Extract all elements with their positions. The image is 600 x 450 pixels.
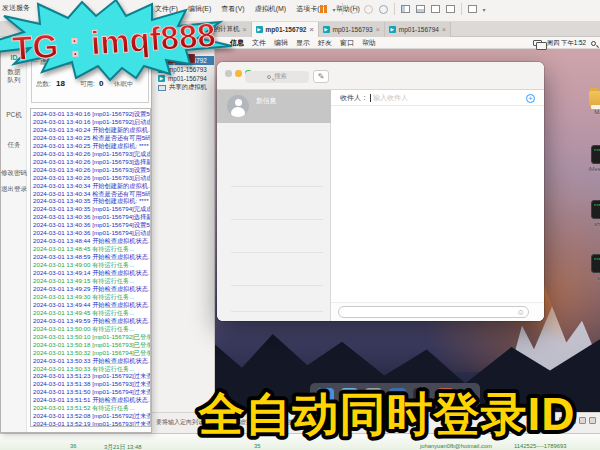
displays-status-icon[interactable]	[533, 40, 542, 46]
conversation-item[interactable]: 新信息	[217, 90, 331, 123]
emoji-icon[interactable]: ☺	[517, 308, 525, 317]
library-item[interactable]: ▶mp01-156793	[150, 65, 214, 74]
sidebar-item[interactable]: PC机	[1, 111, 27, 119]
spotlight-icon[interactable]	[591, 41, 596, 46]
console-view-icon[interactable]	[431, 5, 440, 13]
mac-menu-item[interactable]: 编辑	[274, 38, 288, 48]
to-field[interactable]: 收件人： 输入收件人 +	[331, 90, 544, 106]
minimize-traffic-light[interactable]	[235, 70, 242, 77]
revert-snapshot-icon[interactable]	[349, 5, 358, 14]
message-input[interactable]: ☺	[338, 306, 529, 318]
vm-tab[interactable]: 我的计算机×	[192, 22, 252, 37]
sidebar-item[interactable]: 数据队列	[5, 68, 23, 84]
vmware-device-icons	[559, 417, 596, 424]
unity-mode-icon[interactable]	[468, 5, 477, 13]
mac-menu-item[interactable]: 帮助	[362, 38, 376, 48]
fullscreen-icon[interactable]	[446, 5, 455, 13]
log-line: 2024-03-01 13:40:25 检查是否还有可用5码和环境...	[33, 134, 150, 142]
to-placeholder: 输入收件人	[373, 93, 408, 103]
script-icon: exec	[591, 200, 600, 219]
harddisk-status-icon[interactable]	[559, 417, 566, 424]
desktop-icon-label: sto	[581, 275, 600, 281]
exec-badge: exec	[594, 148, 600, 152]
messages-titlebar[interactable]: 搜索 ✎	[217, 62, 544, 90]
shared-icon	[158, 85, 166, 91]
toolbar-dropdown-icon[interactable]: ▾	[483, 6, 486, 13]
mac-menu-app[interactable]: 信息	[230, 38, 244, 48]
desktop-icon[interactable]: execsto	[581, 254, 600, 281]
vmware-menu-item[interactable]: 查看(V)	[221, 4, 244, 14]
log-line: 2024-03-01 13:51:52 有待运行任务...	[33, 404, 150, 412]
sidebar-item[interactable]: ID	[1, 54, 27, 62]
dock-icon[interactable]	[437, 388, 454, 405]
vm-tab[interactable]: ▶mp01-156793×	[319, 22, 385, 37]
log-line: 2024-03-01 13:52:08 [mp01-156792]过来查询数据	[33, 412, 150, 420]
vmware-menu-item[interactable]: 虚拟机(M)	[255, 4, 287, 14]
cdrom-status-icon[interactable]	[569, 417, 576, 424]
add-contact-icon[interactable]: +	[526, 94, 535, 103]
mac-menu-item[interactable]: 好友	[318, 38, 332, 48]
desktop-icon[interactable]: MAC	[581, 91, 600, 115]
log-line: 2024-03-01 13:40:26 [mp01-156793]完成虚拟机创建	[33, 150, 150, 158]
search-input[interactable]: 搜索	[245, 71, 309, 83]
library-item[interactable]: ▶mp01-156794	[150, 74, 214, 83]
vmware-tab-bar: 我的计算机×▶mp01-156792×▶mp01-156793×▶mp01-15…	[0, 22, 600, 37]
log-line: 2024-03-01 13:40:34 开始创建新的虚拟机...	[33, 182, 150, 190]
mac-menu-item[interactable]: 窗口	[340, 38, 354, 48]
library-item[interactable]: 共享的虚拟机	[150, 83, 214, 92]
desktop-icon[interactable]: execiMessage	[581, 145, 600, 172]
vm-tab[interactable]: ▶mp01-156794×	[385, 22, 451, 37]
tab-close-icon[interactable]: ×	[309, 26, 313, 33]
table-cell: 35	[254, 443, 260, 449]
snapshot-manager-icon[interactable]	[379, 5, 388, 14]
vm-tab-icon: ▶	[256, 26, 263, 33]
log-list[interactable]: 2024-03-01 13:40:16 [mp01-156792]设置5码:20…	[30, 108, 151, 427]
network-status-icon[interactable]	[579, 417, 586, 424]
dock-icon[interactable]	[317, 388, 334, 405]
log-line: 2024-03-01 13:40:36 [mp01-156794]启动虚拟机	[33, 229, 150, 237]
menubar-clock: 周四 下午1:52	[547, 39, 586, 48]
dock-icon[interactable]	[341, 388, 358, 405]
log-line: 2024-03-01 13:49:14 开始检查虚拟机状态...	[33, 269, 150, 277]
macos-dock[interactable]	[310, 383, 480, 409]
conversation-title: 新信息	[256, 96, 276, 106]
text-cursor	[370, 94, 371, 102]
log-line: 2024-03-01 13:40:35 开始创建虚拟机: ****	[33, 197, 150, 205]
log-line: 2024-03-01 13:40:16 [mp01-156792]启动虚拟机	[33, 118, 150, 126]
mac-menu-item[interactable]: 显示	[296, 38, 310, 48]
vmware-menu-item[interactable]: 编辑(E)	[188, 4, 211, 14]
table-cell: 36	[70, 443, 76, 449]
desktop-icon[interactable]: execshow	[581, 200, 600, 227]
mac-menu-item[interactable]: 文件	[252, 38, 266, 48]
message-pane: 收件人： 输入收件人 + ☺	[331, 90, 544, 321]
avatar	[227, 95, 249, 117]
compose-button[interactable]: ✎	[313, 70, 329, 83]
dock-icon[interactable]	[413, 388, 430, 405]
log-line: 2024-03-01 13:48:59 开始检查虚拟机状态...	[33, 253, 150, 261]
tab-close-icon[interactable]: ×	[442, 26, 446, 33]
sidebar-item[interactable]: 任务	[1, 141, 27, 149]
pause-vm-button[interactable]	[320, 5, 327, 13]
usb-status-icon[interactable]	[589, 417, 596, 424]
message-input-bar: ☺	[331, 302, 544, 321]
dock-icon[interactable]	[389, 388, 406, 405]
take-snapshot-icon[interactable]	[364, 5, 373, 14]
log-line: 2024-03-01 13:40:26 [mp01-156793]设置5码:	[33, 166, 150, 174]
tab-close-icon[interactable]: ×	[243, 26, 247, 33]
sidebar-item[interactable]: 修改密码	[1, 169, 27, 177]
library-item-label: mp01-156794	[168, 75, 207, 82]
sidebar-item[interactable]: 退出登录	[1, 185, 27, 193]
show-library-icon[interactable]	[401, 5, 410, 13]
total-label: 总数:	[36, 80, 51, 89]
dock-icon[interactable]	[365, 388, 382, 405]
mac-menubar-status: 周四 下午1:52	[533, 39, 596, 48]
pause-dropdown-icon[interactable]: ▾	[333, 6, 336, 13]
log-line: 2024-03-01 13:40:24 开始创建新的虚拟机...	[33, 126, 150, 134]
vmware-menu-item[interactable]: 文件(F)	[155, 4, 178, 14]
tab-close-icon[interactable]: ×	[376, 26, 380, 33]
sleep-label: 休眠中	[114, 80, 134, 89]
stats-title: 虚拟机数量统计	[38, 58, 86, 67]
close-traffic-light[interactable]	[225, 70, 232, 77]
show-thumbnail-bar-icon[interactable]	[416, 5, 425, 13]
vm-tab[interactable]: ▶mp01-156792×	[252, 22, 319, 37]
